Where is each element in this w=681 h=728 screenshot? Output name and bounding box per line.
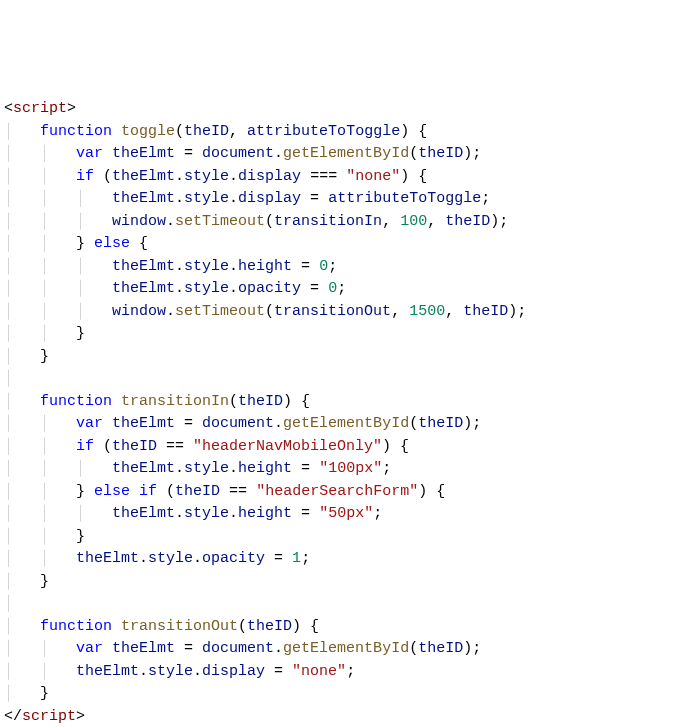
token-var: document xyxy=(202,145,274,162)
code-line: │ │ │ window.setTimeout(transitionIn, 10… xyxy=(4,211,681,234)
token-var: transitionOut xyxy=(274,303,391,320)
token-punc: } xyxy=(40,685,49,702)
code-line: │ │ if (theElmt.style.display === "none"… xyxy=(4,166,681,189)
token-var: transitionIn xyxy=(274,213,382,230)
token-var: display xyxy=(202,663,265,680)
token-punc: } xyxy=(76,325,85,342)
token-punc: . xyxy=(193,663,202,680)
token-kw: else xyxy=(94,235,130,252)
code-content: <script> xyxy=(4,98,76,121)
code-content: window.setTimeout(transitionOut, 1500, t… xyxy=(112,301,526,324)
token-var: theElmt xyxy=(112,258,175,275)
indent-guides: │ │ xyxy=(4,661,76,684)
token-var: height xyxy=(238,258,292,275)
token-var: document xyxy=(202,640,274,657)
token-str: "50px" xyxy=(319,505,373,522)
token-var: display xyxy=(238,190,301,207)
code-content: } xyxy=(40,683,49,706)
token-punc: ; xyxy=(481,190,490,207)
token-fn: getElementById xyxy=(283,145,409,162)
token-punc: = xyxy=(292,505,319,522)
token-var: style xyxy=(184,168,229,185)
token-num: 0 xyxy=(319,258,328,275)
token-punc: = xyxy=(265,550,292,567)
token-punc: ); xyxy=(490,213,508,230)
code-line: │ xyxy=(4,368,681,391)
token-punc: . xyxy=(274,145,283,162)
token-punc: , xyxy=(382,213,400,230)
token-var: theID xyxy=(418,415,463,432)
token-punc: { xyxy=(130,235,148,252)
token-punc: . xyxy=(274,640,283,657)
token-punc: . xyxy=(229,280,238,297)
token-fn: setTimeout xyxy=(175,213,265,230)
token-punc: ( xyxy=(409,145,418,162)
token-punc: ( xyxy=(94,438,112,455)
token-punc: } xyxy=(40,573,49,590)
token-punc xyxy=(112,123,121,140)
token-punc: ); xyxy=(508,303,526,320)
code-content: } xyxy=(76,323,85,346)
code-line: │ │ } xyxy=(4,323,681,346)
token-var: theID xyxy=(418,640,463,657)
token-punc: , xyxy=(445,303,463,320)
token-var: style xyxy=(184,280,229,297)
token-punc: . xyxy=(229,168,238,185)
code-line: │ │ } xyxy=(4,526,681,549)
token-var: style xyxy=(184,505,229,522)
token-punc: ); xyxy=(463,145,481,162)
code-content: theElmt.style.height = "100px"; xyxy=(112,458,391,481)
token-punc: = xyxy=(301,190,328,207)
code-line: │ function transitionOut(theID) { xyxy=(4,616,681,639)
token-var: opacity xyxy=(202,550,265,567)
indent-guides: │ │ xyxy=(4,233,76,256)
token-punc: ) { xyxy=(292,618,319,635)
token-punc: == xyxy=(220,483,256,500)
code-line: │ │ theElmt.style.opacity = 1; xyxy=(4,548,681,571)
code-line: │ │ │ theElmt.style.display = attributeT… xyxy=(4,188,681,211)
token-var: theID xyxy=(184,123,229,140)
token-punc: = xyxy=(292,460,319,477)
token-punc: . xyxy=(166,303,175,320)
token-fn: toggle xyxy=(121,123,175,140)
token-punc: ( xyxy=(265,303,274,320)
token-punc: . xyxy=(139,663,148,680)
token-punc: , xyxy=(229,123,247,140)
code-content: var theElmt = document.getElementById(th… xyxy=(76,638,481,661)
code-content: theElmt.style.height = 0; xyxy=(112,256,337,279)
token-punc: . xyxy=(166,213,175,230)
token-punc: . xyxy=(175,258,184,275)
code-content: theElmt.style.display = "none"; xyxy=(76,661,355,684)
token-var: theElmt xyxy=(112,640,175,657)
token-var: theElmt xyxy=(112,415,175,432)
token-kw: var xyxy=(76,145,103,162)
token-punc: ; xyxy=(346,663,355,680)
indent-guides: │ │ │ xyxy=(4,278,112,301)
token-var: document xyxy=(202,415,274,432)
token-fn: transitionIn xyxy=(121,393,229,410)
token-var: height xyxy=(238,460,292,477)
indent-guides: │ xyxy=(4,683,40,706)
token-var: theElmt xyxy=(112,145,175,162)
token-punc: == xyxy=(157,438,193,455)
code-line: │ │ var theElmt = document.getElementByI… xyxy=(4,638,681,661)
token-punc: ; xyxy=(301,550,310,567)
token-punc: , xyxy=(427,213,445,230)
token-punc: ) { xyxy=(283,393,310,410)
token-punc: ); xyxy=(463,415,481,432)
indent-guides: │ │ │ xyxy=(4,458,112,481)
token-kw: function xyxy=(40,123,112,140)
token-punc: . xyxy=(229,505,238,522)
token-punc: } xyxy=(40,348,49,365)
token-var: theID xyxy=(175,483,220,500)
token-kw: function xyxy=(40,618,112,635)
token-punc: = xyxy=(175,640,202,657)
indent-guides: │ xyxy=(4,368,40,391)
code-line: </script> xyxy=(4,706,681,729)
indent-guides: │ xyxy=(4,121,40,144)
code-content: window.setTimeout(transitionIn, 100, the… xyxy=(112,211,508,234)
code-content: theElmt.style.opacity = 1; xyxy=(76,548,310,571)
indent-guides: │ xyxy=(4,391,40,414)
token-str: "headerSearchForm" xyxy=(256,483,418,500)
token-punc: ( xyxy=(94,168,112,185)
